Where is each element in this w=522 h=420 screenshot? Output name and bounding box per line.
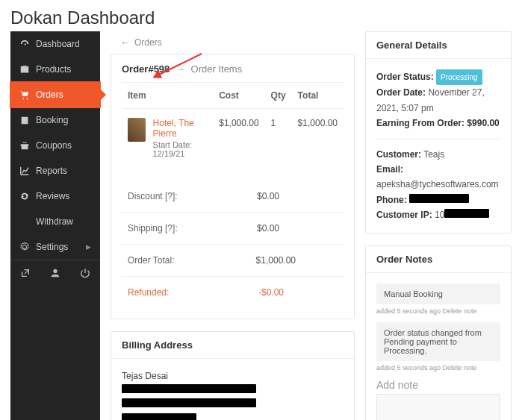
col-cost: Cost	[213, 83, 264, 109]
general-details-panel: General Details Order Status: Processing…	[365, 31, 512, 233]
customer-name: Teajs	[423, 149, 444, 160]
gear-icon	[19, 242, 30, 252]
delete-note-link[interactable]: Delete note	[443, 307, 477, 315]
sidebar-item-label: Settings	[36, 242, 68, 252]
gift-icon	[19, 140, 30, 151]
briefcase-icon	[19, 64, 30, 75]
cart-icon	[19, 90, 30, 100]
page-title: Dokan Dashboard	[0, 0, 522, 31]
calendar-icon	[19, 115, 30, 125]
order-number: Order#598	[122, 63, 170, 75]
order-earning: $990.00	[467, 118, 499, 128]
order-items-table: Item Cost Qty Total	[122, 82, 344, 167]
order-notes-panel: Order Notes Manual Booking added 5 secon…	[365, 245, 512, 420]
redacted-line	[122, 384, 256, 393]
user-icon[interactable]	[40, 260, 70, 288]
upload-icon	[19, 216, 30, 227]
add-note-label: Add note	[376, 379, 500, 391]
table-row: Hotel, The Pierre Start Date: 12/19/21 $…	[122, 109, 344, 168]
totals-shipping: Shipping [?]: $0.00	[122, 212, 344, 244]
sidebar-item-label: Booking	[36, 115, 68, 125]
sidebar-item-label: Withdraw	[36, 216, 73, 227]
billing-name: Tejas Desai	[122, 369, 344, 383]
totals-refunded: Refunded: -$0.00	[122, 276, 344, 308]
sidebar-item-label: Reports	[36, 166, 67, 176]
product-name[interactable]: Hotel, The Pierre	[153, 118, 208, 139]
sidebar-item-withdraw[interactable]: Withdraw	[10, 209, 100, 234]
sidebar-item-label: Products	[36, 64, 71, 75]
sidebar-item-settings[interactable]: Settings ▶	[10, 234, 100, 260]
back-to-orders[interactable]: ← Orders	[111, 31, 355, 54]
breadcrumb: Order#598 → Order Items	[111, 54, 354, 78]
dashboard-icon	[19, 39, 30, 49]
sidebar-item-label: Orders	[36, 90, 63, 100]
sidebar-item-label: Reviews	[36, 191, 69, 201]
vendor-sidebar: Dashboard Products Orders Booking Coupon…	[10, 31, 100, 420]
redacted-line	[122, 413, 196, 420]
col-qty: Qty	[265, 83, 292, 109]
sidebar-item-coupons[interactable]: Coupons	[10, 133, 100, 158]
sidebar-item-orders[interactable]: Orders	[10, 82, 100, 107]
cell-total: $1,000.00	[292, 109, 344, 168]
power-icon[interactable]	[70, 260, 100, 288]
totals-order-total: Order Total: $1,000.00	[122, 244, 344, 276]
refresh-icon	[19, 191, 30, 201]
breadcrumb-section: Order Items	[191, 63, 243, 75]
redacted-phone	[409, 194, 469, 203]
sidebar-item-products[interactable]: Products	[10, 57, 100, 82]
back-label: Orders	[134, 37, 162, 48]
chevron-right-icon: ▶	[86, 243, 91, 251]
col-total: Total	[292, 83, 344, 109]
product-subtitle: Start Date: 12/19/21	[153, 140, 208, 158]
add-note-input[interactable]	[376, 394, 500, 420]
order-notes-title: Order Notes	[366, 246, 511, 273]
arrow-right-icon: →	[175, 63, 185, 75]
delete-note-link[interactable]: Delete note	[443, 364, 477, 372]
sidebar-item-dashboard[interactable]: Dashboard	[10, 31, 100, 57]
arrow-left-icon: ←	[121, 37, 130, 48]
redacted-ip	[444, 209, 489, 218]
customer-ip-prefix: 10	[435, 210, 444, 220]
external-link-icon[interactable]	[10, 260, 40, 288]
status-badge: Processing	[436, 69, 482, 85]
customer-email[interactable]: apeksha@tychesoftwares.com	[376, 179, 499, 189]
chart-icon	[19, 166, 30, 176]
sidebar-item-booking[interactable]: Booking	[10, 107, 100, 133]
product-thumbnail	[128, 118, 146, 142]
sidebar-item-reports[interactable]: Reports	[10, 158, 100, 184]
sidebar-item-label: Coupons	[36, 140, 72, 151]
redacted-line	[122, 398, 256, 407]
sidebar-item-reviews[interactable]: Reviews	[10, 184, 100, 209]
billing-title: Billing Address	[111, 332, 354, 359]
cell-cost: $1,000.00	[213, 109, 264, 168]
billing-address-panel: Billing Address Tejas Desai	[111, 331, 355, 420]
totals-discount: Discount [?]: $0.00	[122, 181, 344, 212]
col-item: Item	[122, 83, 213, 109]
cell-qty: 1	[265, 109, 292, 168]
order-note: Manual Booking	[376, 283, 500, 304]
order-note: Order status changed from Pending paymen…	[376, 322, 500, 361]
order-items-panel: Order#598 → Order Items Item Cost Qty	[111, 54, 355, 319]
sidebar-item-label: Dashboard	[36, 39, 80, 49]
general-details-title: General Details	[366, 32, 511, 59]
